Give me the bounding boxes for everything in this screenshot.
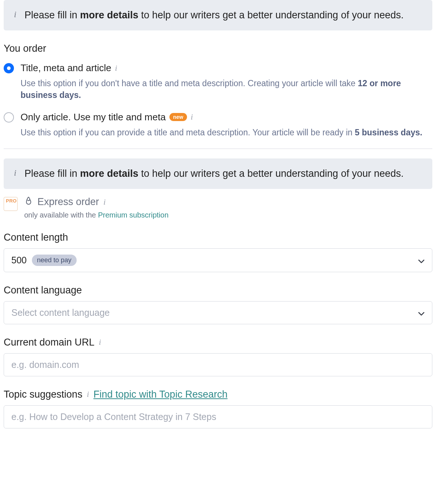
radio-button[interactable] <box>4 63 14 73</box>
info-icon[interactable]: i <box>115 63 117 73</box>
domain-url-input[interactable]: e.g. domain.com <box>4 353 432 376</box>
you-order-heading: You order <box>4 43 432 54</box>
info-banner: i Please fill in more details to help ou… <box>4 0 432 30</box>
info-icon: i <box>14 167 17 178</box>
radio-description: Use this option if you can provide a tit… <box>21 127 432 138</box>
info-icon[interactable]: i <box>99 337 101 347</box>
topic-placeholder: e.g. How to Develop a Content Strategy i… <box>11 412 216 422</box>
radio-description: Use this option if you don't have a titl… <box>21 77 432 101</box>
content-length-value: 500 <box>11 255 27 266</box>
express-order-row: PRO Express order i only available with … <box>4 196 432 219</box>
content-length-select[interactable]: 500 need to pay <box>4 248 432 272</box>
content-length-label: Content length <box>4 232 432 243</box>
express-order-title: Express order <box>37 196 99 208</box>
express-order-subtitle: only available with the Premium subscrip… <box>24 211 169 219</box>
domain-url-label: Current domain URL i <box>4 337 432 348</box>
info-icon[interactable]: i <box>191 112 193 122</box>
flame-icon <box>24 196 33 208</box>
chevron-down-icon <box>418 307 425 318</box>
new-badge: new <box>169 113 187 121</box>
premium-subscription-link[interactable]: Premium subscription <box>98 211 168 219</box>
info-icon[interactable]: i <box>103 197 106 207</box>
radio-label: Title, meta and article <box>21 62 111 74</box>
topic-suggestions-label: Topic suggestions i Find topic with Topi… <box>4 389 432 400</box>
need-to-pay-pill: need to pay <box>32 255 77 266</box>
chevron-down-icon <box>418 255 425 266</box>
info-banner: i Please fill in more details to help ou… <box>4 158 432 189</box>
info-icon: i <box>14 8 17 19</box>
content-language-placeholder: Select content language <box>11 307 110 318</box>
order-option-title-meta-article[interactable]: Title, meta and article i <box>4 62 432 74</box>
find-topic-link[interactable]: Find topic with Topic Research <box>94 389 228 400</box>
radio-label: Only article. Use my title and meta <box>21 112 166 123</box>
radio-button[interactable] <box>4 112 14 123</box>
pro-badge: PRO <box>4 197 18 211</box>
banner-text: Please fill in more details to help our … <box>25 167 404 181</box>
divider <box>4 149 432 149</box>
info-icon[interactable]: i <box>87 390 89 399</box>
content-language-label: Content language <box>4 285 432 296</box>
order-option-only-article[interactable]: Only article. Use my title and meta new … <box>4 112 432 123</box>
domain-url-placeholder: e.g. domain.com <box>11 359 79 370</box>
content-language-select[interactable]: Select content language <box>4 301 432 324</box>
topic-suggestions-input[interactable]: e.g. How to Develop a Content Strategy i… <box>4 405 432 428</box>
banner-text: Please fill in more details to help our … <box>25 8 404 22</box>
